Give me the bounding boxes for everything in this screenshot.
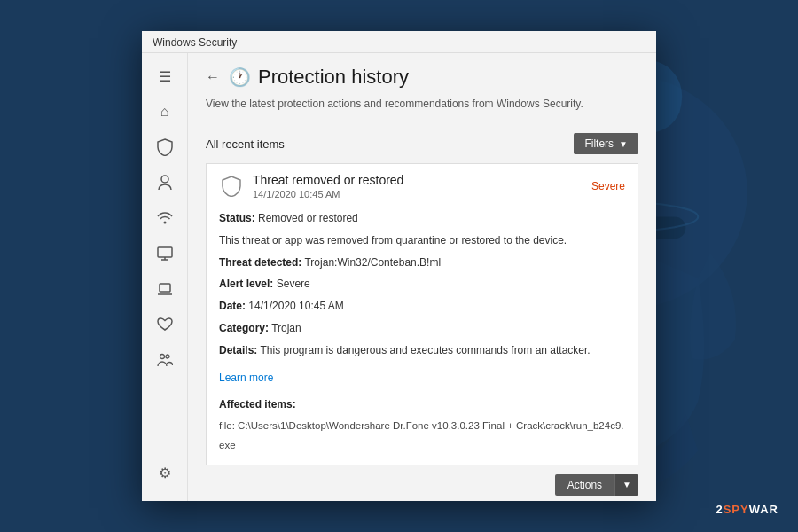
threat-header: Threat removed or restored 14/1/2020 10:… xyxy=(219,173,625,200)
actions-row: Actions ▼ xyxy=(188,466,656,501)
threat-title: Threat removed or restored xyxy=(253,173,403,187)
detected-section: Threat detected: Trojan:Win32/Conteban.B… xyxy=(219,253,625,273)
page-title: 🕐 Protection history xyxy=(229,66,409,89)
threat-title-text: Threat removed or restored 14/1/2020 10:… xyxy=(253,173,403,200)
hamburger-icon[interactable]: ☰ xyxy=(149,60,181,92)
wifi-nav-icon[interactable] xyxy=(149,202,181,234)
category-section: Category: Trojan xyxy=(219,318,625,339)
threat-title-row: Threat removed or restored 14/1/2020 10:… xyxy=(219,173,403,200)
status-section: Status: Removed or restored xyxy=(219,208,625,229)
laptop-nav-icon[interactable] xyxy=(149,273,181,305)
window-title: Windows Security xyxy=(153,36,237,49)
windows-security-window: Windows Security ☰ ⌂ xyxy=(142,31,656,501)
threat-shield-icon xyxy=(219,174,244,199)
affected-section: Affected items: file: C:\Users\1\Desktop… xyxy=(219,395,625,455)
status-desc: This threat or app was removed from quar… xyxy=(219,234,567,246)
home-nav-icon[interactable]: ⌂ xyxy=(149,96,181,128)
svg-rect-7 xyxy=(160,284,170,292)
alert-value: Severe xyxy=(277,278,310,290)
learn-more-link[interactable]: Learn more xyxy=(219,368,625,388)
shield-nav-icon[interactable] xyxy=(149,131,181,163)
category-value: Trojan xyxy=(271,322,301,334)
actions-chevron-icon: ▼ xyxy=(622,480,631,489)
category-label: Category: xyxy=(219,322,269,334)
affected-label: Affected items: xyxy=(219,395,625,415)
threat-date: 14/1/2020 10:45 AM xyxy=(253,189,403,200)
detected-label: Threat detected: xyxy=(219,256,301,269)
monitor-nav-icon[interactable] xyxy=(149,238,181,270)
filter-row: All recent items Filters ▼ xyxy=(188,128,656,160)
alert-label: Alert level: xyxy=(219,278,273,290)
actions-chevron-button[interactable]: ▼ xyxy=(614,474,638,496)
page-subtitle: View the latest protection actions and r… xyxy=(206,96,638,112)
filters-chevron-icon: ▼ xyxy=(619,139,628,149)
actions-button[interactable]: Actions xyxy=(555,474,614,496)
brand-watermark: 2SPYWAR xyxy=(716,503,778,516)
date-label: Date: xyxy=(219,300,246,312)
section-label: All recent items xyxy=(206,137,285,151)
page-header: ← 🕐 Protection history View the latest p… xyxy=(188,53,656,128)
window-body: ☰ ⌂ xyxy=(142,53,656,501)
status-value: Removed or restored xyxy=(258,212,358,224)
details-value: This program is dangerous and executes c… xyxy=(260,344,590,356)
threat-card: Threat removed or restored 14/1/2020 10:… xyxy=(206,163,638,466)
detected-value: Trojan:Win32/Conteban.B!ml xyxy=(304,256,441,269)
details-label: Details: xyxy=(219,344,257,356)
status-label: Status: xyxy=(219,212,255,224)
back-row: ← 🕐 Protection history xyxy=(206,66,638,89)
sidebar: ☰ ⌂ xyxy=(142,53,188,501)
date-section: Date: 14/1/2020 10:45 AM xyxy=(219,296,625,317)
family-nav-icon[interactable] xyxy=(149,344,181,376)
details-section: Details: This program is dangerous and e… xyxy=(219,340,625,361)
filters-button[interactable]: Filters ▼ xyxy=(574,133,638,154)
title-bar: Windows Security xyxy=(142,31,656,53)
svg-point-4 xyxy=(161,176,168,183)
history-icon: 🕐 xyxy=(229,66,251,88)
threat-details: Status: Removed or restored This threat … xyxy=(219,200,625,456)
brand-spy: SPY xyxy=(724,503,749,516)
status-desc-section: This threat or app was removed from quar… xyxy=(219,231,625,251)
back-button[interactable]: ← xyxy=(206,69,220,85)
alert-section: Alert level: Severe xyxy=(219,274,625,294)
svg-point-9 xyxy=(166,355,169,358)
severity-badge: Severe xyxy=(591,180,625,192)
svg-point-8 xyxy=(160,355,164,359)
settings-nav-icon[interactable]: ⚙ xyxy=(149,457,181,489)
heart-nav-icon[interactable] xyxy=(149,309,181,340)
user-nav-icon[interactable] xyxy=(149,167,181,199)
affected-path: file: C:\Users\1\Desktop\Wondershare Dr.… xyxy=(219,417,625,456)
date-value: 14/1/2020 10:45 AM xyxy=(248,300,343,312)
svg-point-5 xyxy=(163,222,166,224)
main-content: ← 🕐 Protection history View the latest p… xyxy=(188,53,656,501)
svg-rect-6 xyxy=(158,247,172,257)
